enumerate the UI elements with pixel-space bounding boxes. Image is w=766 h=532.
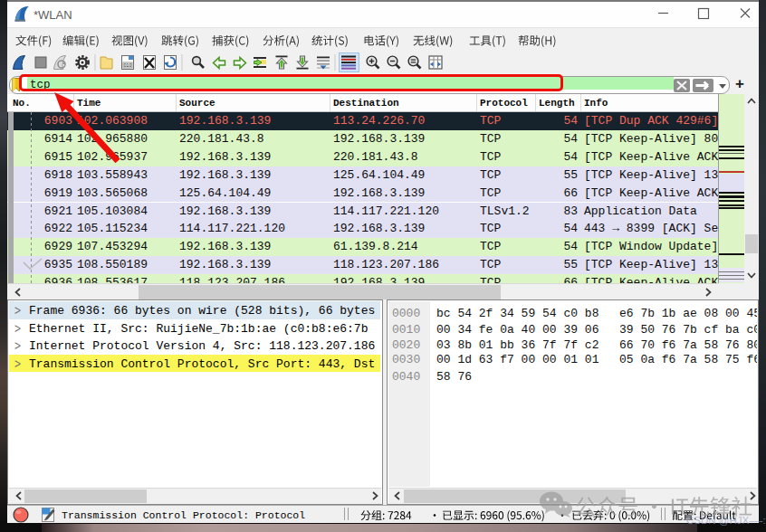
svg-text:010: 010	[124, 62, 132, 68]
